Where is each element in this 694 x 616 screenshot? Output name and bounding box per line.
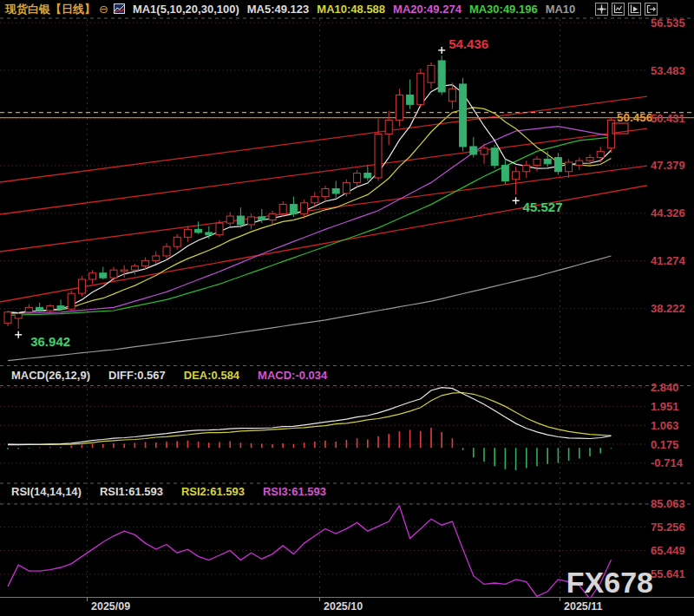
rsi-label-part-0: RSI(14,14,14): [11, 485, 82, 498]
y-axis-label: 53.483: [651, 64, 685, 77]
candle: [237, 216, 244, 225]
candle: [142, 260, 149, 265]
candle: [375, 134, 382, 178]
candle: [481, 148, 488, 154]
candle: [226, 216, 233, 223]
macd-label-part-3: MACD:-0.034: [258, 369, 327, 382]
candle: [25, 307, 32, 311]
x-axis-label: 2025/10: [324, 600, 363, 613]
y-axis-label: 47.379: [651, 159, 685, 172]
candle: [332, 189, 339, 193]
candle: [513, 172, 520, 180]
candle: [470, 147, 477, 154]
fx678-watermark: FX678: [566, 566, 653, 599]
chart-canvas[interactable]: 54.43645.52736.94250.45656.53553.48350.4…: [0, 0, 694, 616]
candle: [290, 205, 297, 214]
candle: [47, 306, 54, 311]
macd-panel[interactable]: [0, 386, 647, 483]
y-axis-label: 1.951: [651, 400, 679, 413]
candle: [100, 273, 107, 278]
candle: [354, 174, 361, 183]
candle: [121, 270, 128, 272]
rsi-indicator-label: RSI(14,14,14)RSI1:61.593RSI2:61.593RSI3:…: [3, 485, 337, 498]
y-axis-label: 50.431: [651, 112, 685, 125]
candle: [36, 307, 43, 311]
current-price-tag: 50.456: [617, 111, 653, 124]
annotation-text: 36.942: [30, 334, 70, 349]
candle: [417, 73, 424, 104]
candle: [576, 161, 583, 165]
candle: [554, 158, 561, 172]
candle: [491, 148, 498, 166]
candle: [586, 158, 593, 161]
macd-label-part-1: DIFF:0.567: [108, 369, 166, 382]
candle: [216, 223, 223, 235]
candle: [385, 120, 392, 134]
candle: [153, 256, 160, 260]
candle: [57, 306, 64, 310]
y-axis-label: 38.222: [651, 302, 685, 315]
candle: [15, 314, 22, 318]
rsi-label-part-3: RSI3:61.593: [263, 485, 326, 498]
candle: [110, 270, 117, 278]
candle: [163, 246, 170, 256]
candle: [534, 159, 540, 165]
y-axis-label: -0.714: [651, 456, 684, 469]
rsi-label-part-1: RSI1:61.593: [100, 485, 163, 498]
y-axis-label: 56.535: [651, 16, 685, 29]
candle: [206, 233, 213, 235]
candle: [279, 205, 286, 214]
macd-label-part-0: MACD(26,12,9): [11, 369, 90, 382]
y-axis-label: 0.175: [651, 438, 679, 451]
y-axis-label: 44.326: [651, 206, 685, 220]
candle: [131, 266, 138, 271]
candle: [248, 217, 255, 225]
candle: [438, 61, 445, 92]
candle: [428, 65, 435, 82]
y-axis-label: 85.063: [651, 497, 685, 510]
candle: [343, 182, 350, 193]
candle: [259, 217, 265, 220]
rsi-panel[interactable]: [0, 501, 647, 597]
candle: [184, 229, 191, 237]
candle: [448, 88, 455, 101]
macd-indicator-label: MACD(26,12,9)DIFF:0.567DEA:0.584MACD:-0.…: [3, 369, 337, 382]
candle: [301, 203, 308, 214]
candle: [597, 151, 604, 157]
candle: [460, 84, 467, 147]
candle: [566, 162, 573, 172]
y-axis-label: 41.274: [651, 254, 686, 267]
y-axis-label: 1.063: [651, 419, 679, 432]
candle: [195, 229, 202, 233]
x-axis-label: 2025/11: [564, 600, 603, 613]
candle: [174, 237, 180, 246]
candle: [544, 159, 551, 163]
y-axis-label: 55.641: [651, 567, 685, 580]
candle: [364, 174, 371, 178]
y-axis-label: 2.840: [651, 381, 679, 394]
y-axis-label: 75.256: [651, 521, 685, 534]
candle: [89, 273, 96, 279]
annotation-text: 45.527: [523, 200, 563, 214]
candle: [78, 279, 85, 293]
x-axis-label: 2025/09: [91, 600, 130, 613]
candle: [523, 166, 530, 172]
candle: [396, 95, 403, 121]
candle: [407, 95, 414, 105]
candle: [269, 213, 276, 220]
candle: [322, 189, 329, 197]
y-axis-label: 65.449: [651, 544, 685, 557]
candle: [311, 197, 318, 203]
candle: [68, 293, 75, 309]
annotation-text: 54.436: [448, 36, 488, 51]
macd-label-part-2: DEA:0.584: [184, 369, 239, 382]
candle: [4, 312, 11, 324]
rsi-label-part-2: RSI2:61.593: [181, 485, 245, 498]
candle: [501, 166, 508, 181]
